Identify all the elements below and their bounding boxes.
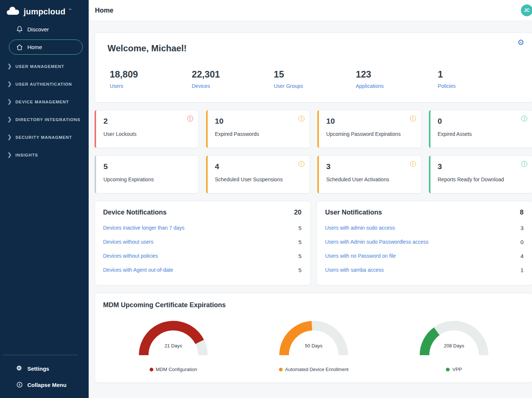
app-root: jumpcloud ™ Discover Home ❯ U (0, 0, 532, 398)
list-item: Devices inactive longer than 7 days 5 (103, 221, 301, 235)
notification-link[interactable]: Devices with Agent out-of-date (103, 267, 173, 273)
gauge-chart (138, 320, 208, 357)
sidebar-item-directory-integrations[interactable]: ❯ DIRECTORY INTEGRATIONS (0, 111, 89, 128)
alert-circle-icon: ! (299, 161, 304, 167)
card-label: Expired Assets (438, 131, 525, 137)
welcome-card: Welcome, Michael! ⚙ 18,809 Users 22,301 … (95, 32, 532, 103)
card-label: User Lockouts (103, 131, 191, 137)
notification-count: 5 (299, 267, 301, 273)
sidebar-item-label: Settings (27, 366, 49, 372)
stat-value: 1 (438, 69, 520, 80)
logo-text: jumpcloud (24, 7, 65, 17)
notification-link[interactable]: Devices inactive longer than 7 days (103, 225, 184, 231)
stat-link[interactable]: Policies (438, 83, 520, 89)
card-label: Upcoming Expirations (103, 176, 191, 182)
card-scheduled-user-activations[interactable]: 3 Scheduled User Activations ! (317, 155, 422, 193)
sidebar-section-label: USER MANAGEMENT (16, 64, 64, 69)
list-item: Users with samba access 1 (325, 263, 524, 277)
notification-link[interactable]: Users with Admin sudo Passwordless acces… (325, 239, 429, 245)
card-value: 3 (438, 162, 525, 171)
card-label: Upcoming Password Expirations (326, 131, 414, 137)
gauge-legend: VPP (446, 367, 462, 372)
notification-link[interactable]: Users with no Password on file (325, 253, 396, 259)
collapse-arrow-icon (16, 381, 23, 388)
welcome-title: Welcome, Michael! (108, 43, 520, 54)
panel-total: 8 (520, 209, 524, 216)
alert-circle-icon: ! (521, 116, 527, 121)
sidebar-section-label: DEVICE MANAGEMENT (16, 100, 69, 104)
stat-value: 18,809 (110, 69, 192, 80)
chevron-right-icon: ❯ (7, 81, 12, 86)
notification-link[interactable]: Users with samba access (325, 267, 384, 273)
avatar[interactable]: JC (521, 4, 532, 16)
list-item: Users with no Password on file 4 (325, 249, 524, 263)
sidebar-section-label: DIRECTORY INTEGRATIONS (16, 117, 81, 122)
alert-card-grid: 2 User Lockouts ! 10 Expired Passwords !… (95, 110, 532, 193)
sidebar-item-label: Discover (27, 26, 49, 32)
summary-stats: 18,809 Users 22,301 Devices 15 User Grou… (108, 69, 520, 89)
divider (3, 355, 78, 355)
sidebar-item-user-authentication[interactable]: ❯ USER AUTHENTICATION (0, 75, 89, 93)
alert-circle-icon: ! (521, 161, 527, 167)
top-bar: Home JC (89, 0, 532, 21)
sidebar-item-device-management[interactable]: ❯ DEVICE MANAGEMENT (0, 93, 89, 111)
welcome-settings-gear-icon[interactable]: ⚙ (517, 38, 524, 47)
stat-link[interactable]: Users (110, 83, 192, 89)
sidebar-item-discover[interactable]: Discover (0, 21, 89, 37)
card-upcoming-expirations[interactable]: 5 Upcoming Expirations (95, 155, 199, 193)
notification-count: 1 (521, 267, 524, 273)
stat-link[interactable]: Applications (356, 83, 438, 89)
mdm-certificate-panel: MDM Upcoming Certificate Expirations 21 … (95, 293, 532, 383)
panel-title: Device Notifications (103, 209, 167, 216)
card-expired-passwords[interactable]: 10 Expired Passwords ! (206, 110, 310, 148)
sidebar-item-security-management[interactable]: ❯ SECURITY MANAGMENT (0, 128, 89, 146)
card-upcoming-password-expirations[interactable]: 10 Upcoming Password Expirations ! (317, 110, 422, 148)
sidebar-item-label: Home (27, 44, 42, 50)
sidebar-item-insights[interactable]: ❯ INSIGHTS (0, 146, 89, 164)
user-notifications-panel: User Notifications 8 Users with admin su… (317, 201, 532, 285)
list-item: Devices with Agent out-of-date 5 (103, 263, 301, 277)
sidebar: jumpcloud ™ Discover Home ❯ U (0, 0, 89, 398)
panel-title: User Notifications (325, 209, 382, 216)
sidebar-item-user-management[interactable]: ❯ USER MANAGEMENT (0, 58, 89, 75)
sidebar-item-settings[interactable]: ⚙ Settings (0, 360, 89, 377)
notification-link[interactable]: Devices without policies (103, 253, 158, 259)
device-notifications-panel: Device Notifications 20 Devices inactive… (95, 201, 311, 285)
notifications-row: Device Notifications 20 Devices inactive… (95, 201, 532, 285)
card-label: Reports Ready for Download (438, 176, 525, 182)
chevron-right-icon: ❯ (7, 117, 12, 122)
gauge-mdm-configuration: 21 Days MDM Configuration (138, 320, 208, 372)
list-item: Devices without users 5 (103, 235, 301, 249)
stat-link[interactable]: User Groups (274, 83, 356, 89)
sidebar-section-label: INSIGHTS (16, 153, 38, 157)
card-scheduled-user-suspensions[interactable]: 4 Scheduled User Suspensions ! (206, 155, 310, 193)
notification-count: 0 (521, 239, 524, 245)
card-expired-assets[interactable]: 0 Expired Assets ! (429, 110, 532, 148)
gauge-days-label: 50 Days (279, 343, 349, 349)
gauge-days-label: 208 Days (419, 343, 489, 349)
collapse-menu-button[interactable]: Collapse Menu (0, 377, 89, 393)
card-value: 2 (103, 117, 191, 126)
chevron-right-icon: ❯ (7, 99, 12, 104)
stat-applications: 123 Applications (356, 69, 438, 89)
alert-circle-icon: ! (410, 161, 416, 167)
gauge-automated-device-enrollment: 50 Days Automated Device Enrollment (279, 320, 349, 372)
panel-title: MDM Upcoming Certificate Expirations (103, 301, 524, 309)
legend-dot-icon (279, 368, 283, 371)
stat-link[interactable]: Devices (192, 83, 274, 89)
notification-link[interactable]: Users with admin sudo access (325, 225, 395, 231)
notification-link[interactable]: Devices without users (103, 239, 153, 245)
notification-count: 4 (521, 253, 524, 259)
notification-count: 5 (299, 253, 301, 259)
legend-label: Automated Device Enrollment (285, 367, 349, 372)
sidebar-section-label: SECURITY MANAGMENT (16, 135, 72, 140)
notification-count: 5 (299, 239, 301, 245)
card-reports-ready[interactable]: 3 Reports Ready for Download ! (429, 155, 532, 193)
sidebar-section-label: USER AUTHENTICATION (16, 82, 72, 86)
sidebar-item-home[interactable]: Home (9, 40, 83, 55)
chevron-right-icon: ❯ (7, 134, 12, 140)
card-user-lockouts[interactable]: 2 User Lockouts ! (95, 110, 199, 148)
jumpcloud-logo[interactable]: jumpcloud ™ (0, 0, 89, 21)
stat-user-groups: 15 User Groups (274, 69, 356, 89)
card-value: 5 (103, 162, 191, 171)
